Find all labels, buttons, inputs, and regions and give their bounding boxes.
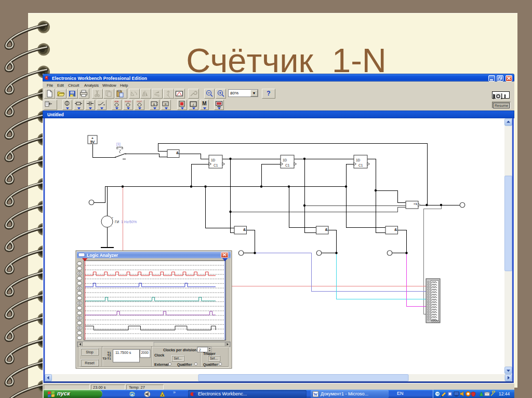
- svg-text:Я: Я: [165, 103, 167, 106]
- svg-text:T2-T1: T2-T1: [102, 357, 111, 360]
- svg-text:f: f: [193, 103, 194, 107]
- svg-text:1D: 1D: [356, 158, 361, 162]
- svg-text:=1: =1: [414, 202, 418, 205]
- svg-text:MIXED: MIXED: [125, 101, 131, 103]
- svg-text:Reset: Reset: [85, 361, 94, 365]
- svg-text:&: &: [243, 227, 246, 232]
- svg-text:1D: 1D: [283, 158, 287, 162]
- svg-text:Trigger: Trigger: [203, 352, 216, 356]
- svg-text:External: External: [154, 363, 169, 366]
- svg-text:+: +: [91, 136, 94, 140]
- svg-text:W: W: [314, 392, 318, 397]
- svg-text:-: -: [111, 225, 112, 228]
- svg-text:e: e: [131, 392, 134, 397]
- svg-text:+: +: [112, 216, 113, 219]
- svg-text:1 Hz/50%: 1 Hz/50%: [121, 220, 137, 224]
- svg-text:Qualifier: Qualifier: [203, 363, 218, 367]
- svg-text:&: &: [153, 103, 155, 106]
- svg-text:5V: 5V: [90, 140, 95, 144]
- svg-text:2000: 2000: [141, 351, 149, 354]
- svg-text:ГИ: ГИ: [115, 220, 119, 224]
- svg-text:11.7500 s: 11.7500 s: [115, 351, 131, 354]
- svg-text:2: 2: [199, 348, 201, 352]
- svg-text:[1]: [1]: [116, 142, 121, 146]
- svg-text:Qualifier: Qualifier: [177, 363, 192, 367]
- svg-text:ANA: ANA: [115, 101, 119, 103]
- svg-text:C1: C1: [358, 163, 363, 167]
- svg-text:C1: C1: [214, 163, 218, 167]
- svg-text:Stop: Stop: [86, 350, 94, 354]
- svg-text:Clocks per division: Clocks per division: [163, 348, 196, 352]
- svg-text:&: &: [176, 150, 179, 155]
- svg-text:&: &: [394, 227, 397, 232]
- svg-text:Set...: Set...: [174, 356, 181, 360]
- svg-text:1D: 1D: [211, 158, 216, 162]
- svg-text:&: &: [325, 227, 328, 232]
- svg-text:Logic Analyzer: Logic Analyzer: [87, 253, 118, 258]
- svg-text:C1: C1: [285, 163, 290, 167]
- svg-text:Set...: Set...: [210, 356, 218, 360]
- svg-text:DIGIT: DIGIT: [137, 101, 142, 103]
- svg-text:Clock: Clock: [154, 353, 164, 357]
